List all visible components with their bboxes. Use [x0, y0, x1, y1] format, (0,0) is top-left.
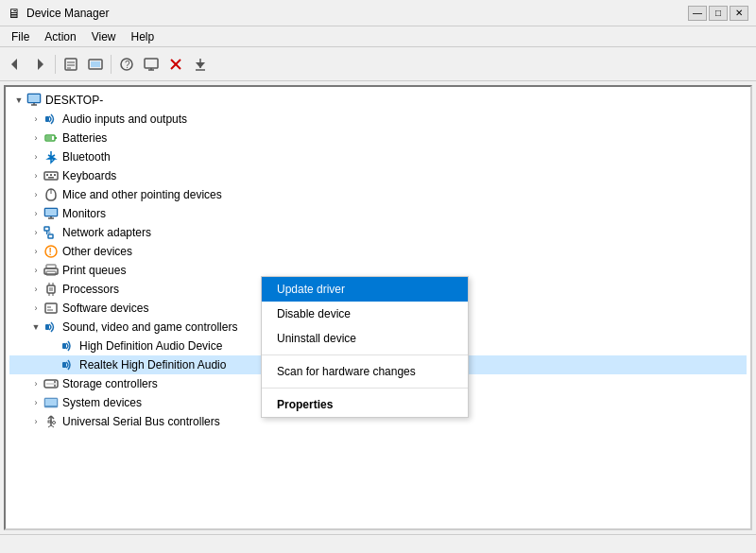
forward-button[interactable] — [28, 53, 51, 76]
remove-button[interactable] — [164, 53, 187, 76]
app-icon: 🖥 — [8, 6, 21, 21]
batteries-expand-icon[interactable]: › — [28, 130, 43, 146]
root-expand-icon[interactable]: ▼ — [11, 93, 26, 108]
context-menu-sep-1 — [262, 354, 468, 355]
window-controls: — □ ✕ — [688, 6, 748, 21]
system-icon — [43, 395, 59, 410]
status-bar — [0, 534, 756, 553]
svg-rect-22 — [45, 116, 49, 122]
svg-rect-56 — [62, 362, 66, 368]
network-expand-icon[interactable]: › — [28, 225, 43, 240]
svg-point-59 — [54, 381, 56, 383]
svg-rect-29 — [54, 174, 56, 176]
tree-item-keyboards[interactable]: › Keyboards — [9, 166, 747, 185]
context-menu-scan-hardware[interactable]: Scan for hardware changes — [262, 359, 468, 384]
other-expand-icon[interactable]: › — [28, 244, 43, 259]
context-menu-properties[interactable]: Properties — [262, 392, 468, 417]
properties-button[interactable] — [60, 53, 82, 76]
title-bar: 🖥 Device Manager — □ ✕ — [0, 0, 756, 26]
minimize-button[interactable]: — — [688, 6, 707, 21]
realtek-icon — [60, 357, 76, 372]
tree-item-other[interactable]: › ! Other devices — [9, 242, 747, 261]
audio-expand-icon[interactable]: › — [28, 112, 43, 127]
processors-icon — [43, 282, 59, 297]
hd-audio-icon — [60, 338, 76, 354]
title-bar-text: Device Manager — [26, 7, 109, 20]
svg-text:?: ? — [125, 60, 130, 70]
print-expand-icon[interactable]: › — [28, 263, 43, 278]
svg-rect-55 — [62, 343, 66, 349]
tree-item-bluetooth[interactable]: › Bluetooth — [9, 147, 747, 166]
menu-action[interactable]: Action — [37, 28, 83, 45]
sound-expand-icon[interactable]: ▼ — [28, 320, 43, 335]
main-content: ▼ DESKTOP- › Audio inputs — [4, 85, 752, 530]
print-label: Print queues — [62, 264, 126, 277]
sound-icon — [43, 320, 59, 335]
toolbar-sep-2 — [111, 55, 112, 74]
download-button[interactable] — [189, 53, 212, 76]
context-menu-sep-2 — [262, 388, 468, 389]
toolbar-sep-1 — [55, 55, 56, 74]
svg-rect-46 — [49, 287, 53, 291]
tree-item-audio[interactable]: › Audio inputs and outputs — [9, 110, 747, 129]
menu-help[interactable]: Help — [124, 28, 163, 45]
svg-line-68 — [48, 425, 51, 427]
audio-icon — [43, 112, 59, 127]
tree-item-monitors[interactable]: › Monitors — [9, 204, 747, 223]
tree-item-mice[interactable]: › Mice and other pointing devices — [9, 185, 747, 204]
svg-point-60 — [54, 385, 56, 387]
sound-label: Sound, video and game controllers — [62, 320, 237, 334]
help-button[interactable]: ? — [115, 53, 138, 76]
monitors-expand-icon[interactable]: › — [28, 206, 43, 221]
menu-view[interactable]: View — [84, 28, 124, 45]
software-expand-icon[interactable]: › — [28, 301, 43, 316]
svg-point-67 — [53, 422, 56, 424]
svg-rect-7 — [91, 61, 100, 67]
computer-button[interactable] — [140, 53, 163, 76]
svg-marker-0 — [11, 59, 17, 70]
batteries-label: Batteries — [62, 131, 107, 145]
svg-rect-51 — [45, 303, 57, 313]
svg-rect-10 — [145, 59, 158, 68]
close-button[interactable]: ✕ — [730, 6, 748, 21]
processors-label: Processors — [62, 283, 119, 296]
monitors-label: Monitors — [62, 207, 106, 220]
monitors-icon — [43, 206, 59, 221]
system-expand-icon[interactable]: › — [28, 395, 43, 410]
svg-text:!: ! — [49, 247, 52, 257]
menu-file[interactable]: File — [4, 28, 37, 45]
svg-rect-30 — [48, 177, 54, 179]
svg-rect-62 — [45, 399, 57, 406]
update-driver-button[interactable] — [84, 53, 107, 76]
network-label: Network adapters — [62, 226, 151, 239]
context-menu-uninstall-device[interactable]: Uninstall device — [262, 326, 468, 351]
context-menu-update-driver[interactable]: Update driver — [262, 277, 468, 302]
menu-bar: File Action View Help — [0, 26, 756, 47]
svg-line-69 — [51, 425, 54, 427]
storage-expand-icon[interactable]: › — [28, 376, 43, 391]
svg-rect-36 — [44, 227, 49, 231]
processors-expand-icon[interactable]: › — [28, 282, 43, 297]
usb-expand-icon[interactable]: › — [28, 414, 43, 429]
toolbar: ? — [0, 47, 756, 81]
svg-rect-54 — [45, 324, 49, 330]
svg-rect-27 — [46, 174, 48, 176]
mice-icon — [43, 187, 59, 202]
tree-item-batteries[interactable]: › Batteries — [9, 129, 747, 147]
maximize-button[interactable]: □ — [709, 6, 728, 21]
mice-expand-icon[interactable]: › — [28, 187, 43, 202]
context-menu-disable-device[interactable]: Disable device — [262, 302, 468, 326]
tree-item-network[interactable]: › Network adapters — [9, 223, 747, 242]
network-icon — [43, 225, 59, 240]
bluetooth-expand-icon[interactable]: › — [28, 149, 43, 164]
svg-rect-25 — [46, 136, 52, 140]
print-icon — [43, 263, 59, 278]
svg-rect-33 — [45, 209, 57, 216]
storage-label: Storage controllers — [62, 377, 158, 390]
keyboards-expand-icon[interactable]: › — [28, 168, 43, 183]
bluetooth-label: Bluetooth — [62, 150, 111, 164]
svg-rect-19 — [28, 95, 40, 102]
back-button[interactable] — [4, 53, 26, 76]
tree-root[interactable]: ▼ DESKTOP- — [9, 91, 747, 110]
properties-label: Properties — [277, 398, 333, 411]
